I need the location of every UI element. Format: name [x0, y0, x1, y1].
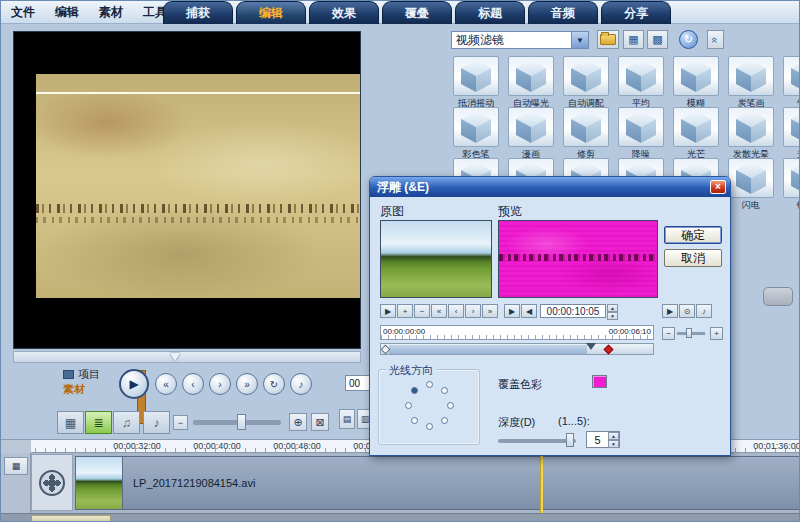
- volume-button[interactable]: ♪: [290, 373, 312, 395]
- menu-edit[interactable]: 编辑: [55, 4, 79, 21]
- panel-grip[interactable]: [763, 287, 793, 306]
- video-track-header[interactable]: [31, 454, 73, 511]
- dlg-zoom-slider-thumb[interactable]: [686, 328, 692, 338]
- sort-button[interactable]: ↻: [679, 30, 698, 49]
- filter-item[interactable]: 自动曝光: [506, 56, 556, 108]
- filter-item[interactable]: 模糊: [671, 56, 721, 108]
- menu-file[interactable]: 文件: [11, 4, 35, 21]
- filter-item[interactable]: 炭笔画: [726, 56, 776, 108]
- overlay-color-swatch[interactable]: [592, 375, 607, 388]
- mode-project[interactable]: 项目: [63, 367, 100, 382]
- dlg-trim-bar[interactable]: [380, 343, 654, 355]
- track-manager-button[interactable]: ▦: [4, 457, 28, 475]
- play-button[interactable]: ▶: [119, 369, 149, 399]
- sound-mixer-button[interactable]: ♪: [143, 411, 170, 434]
- spin-up-icon[interactable]: ▲: [607, 304, 618, 312]
- dlg-end-button[interactable]: »: [482, 304, 498, 318]
- zoom-slider-thumb[interactable]: [237, 414, 246, 430]
- depth-slider-thumb[interactable]: [566, 433, 574, 447]
- filter-item[interactable]: 平均: [616, 56, 666, 108]
- depth-spinbox[interactable]: 5 ▲ ▼: [586, 431, 620, 448]
- filter-item[interactable]: 漫画: [506, 107, 556, 159]
- filter-item[interactable]: 自动调配: [561, 56, 611, 108]
- dlg-snapshot-button[interactable]: ⊙: [679, 304, 695, 318]
- fit-project-button[interactable]: ⊕: [289, 413, 307, 431]
- tab-capture[interactable]: 捕获: [163, 1, 233, 24]
- jog-handle[interactable]: [170, 353, 180, 361]
- trim-end-handle[interactable]: [604, 345, 614, 355]
- filter-item[interactable]: 光线: [781, 107, 800, 159]
- dlg-trim-ruler[interactable]: 00:00:00:00 00:00:06:10: [380, 325, 654, 340]
- filter-item[interactable]: 降噪: [616, 107, 666, 159]
- zoom-out-button[interactable]: −: [173, 415, 188, 430]
- gallery-view-button[interactable]: ▦: [623, 30, 644, 49]
- dlg-zoom-out-button[interactable]: −: [662, 327, 675, 340]
- open-library-button[interactable]: [597, 30, 619, 49]
- prev-frame-button[interactable]: ‹: [182, 373, 204, 395]
- dlg-volume-button[interactable]: ♪: [696, 304, 712, 318]
- next-frame-button[interactable]: ›: [209, 373, 231, 395]
- dlg-preview-back-button[interactable]: ◀: [521, 304, 537, 318]
- dlg-play-button[interactable]: ▶: [380, 304, 396, 318]
- filter-item[interactable]: 光芒: [671, 107, 721, 159]
- light-dir-dot-e[interactable]: [447, 402, 454, 409]
- timeline-scrollbar[interactable]: [1, 513, 800, 522]
- dlg-mark-out-button[interactable]: −: [414, 304, 430, 318]
- light-dir-dot-s[interactable]: [426, 423, 433, 430]
- chevron-down-icon[interactable]: ▼: [571, 32, 588, 48]
- dlg-timecode-spinner[interactable]: ▲ ▼: [607, 304, 618, 318]
- collapse-panel-button[interactable]: «: [707, 30, 724, 49]
- filter-thumbnail: [728, 158, 774, 198]
- dlg-prev-frame-button[interactable]: ‹: [448, 304, 464, 318]
- video-clip[interactable]: LP_20171219084154.avi: [75, 456, 800, 510]
- filter-item[interactable]: 气泡: [781, 56, 800, 108]
- light-direction-control[interactable]: [400, 378, 460, 434]
- dlg-mark-in-button[interactable]: +: [397, 304, 413, 318]
- light-dir-dot-se[interactable]: [441, 417, 448, 424]
- dlg-timecode[interactable]: 00:00:10:05: [540, 304, 606, 318]
- storyboard-view-button[interactable]: ▦: [57, 411, 84, 434]
- jog-bar[interactable]: [13, 351, 361, 363]
- dlg-render-play-button[interactable]: ▶: [662, 304, 678, 318]
- filter-item[interactable]: 锐化: [781, 158, 800, 210]
- menu-clip[interactable]: 素材: [99, 4, 123, 21]
- filter-item[interactable]: 发散光晕: [726, 107, 776, 159]
- mode-clip[interactable]: 素材: [63, 382, 100, 397]
- light-dir-dot-nw[interactable]: [411, 387, 418, 394]
- home-button[interactable]: «: [155, 373, 177, 395]
- filter-thumbnail: [728, 56, 774, 96]
- depth-spin-down-icon[interactable]: ▼: [608, 440, 619, 448]
- tab-overlay[interactable]: 覆叠: [382, 1, 452, 24]
- light-dir-dot-n[interactable]: [426, 381, 433, 388]
- depth-slider[interactable]: [498, 439, 576, 443]
- light-dir-dot-ne[interactable]: [441, 387, 448, 394]
- light-dir-dot-sw[interactable]: [411, 417, 418, 424]
- filter-item[interactable]: 修剪: [561, 107, 611, 159]
- tab-effect[interactable]: 效果: [309, 1, 379, 24]
- list-view-button[interactable]: ▩: [647, 30, 668, 49]
- fit-window-button[interactable]: ⊠: [311, 413, 329, 431]
- filter-item[interactable]: 抵消摇动: [451, 56, 501, 108]
- repeat-button[interactable]: ↻: [263, 373, 285, 395]
- filter-item[interactable]: 彩色笔: [451, 107, 501, 159]
- tab-edit[interactable]: 编辑: [236, 1, 306, 24]
- dlg-preview-play-button[interactable]: ▶: [504, 304, 520, 318]
- timeline-view-button[interactable]: ≣: [85, 411, 112, 434]
- audio-view-button[interactable]: ♫: [113, 411, 140, 434]
- close-button[interactable]: ×: [710, 180, 726, 194]
- end-button[interactable]: »: [236, 373, 258, 395]
- dlg-home-button[interactable]: «: [431, 304, 447, 318]
- depth-spin-up-icon[interactable]: ▲: [608, 432, 619, 440]
- dlg-zoom-in-button[interactable]: +: [710, 327, 723, 340]
- cancel-button[interactable]: 取消: [664, 249, 722, 267]
- trim-position-handle[interactable]: [586, 343, 596, 350]
- insert-media-button[interactable]: ▤: [339, 409, 355, 429]
- light-dir-dot-w[interactable]: [405, 402, 412, 409]
- timeline-scrollbar-thumb[interactable]: [31, 515, 111, 522]
- dlg-next-frame-button[interactable]: ›: [465, 304, 481, 318]
- spin-down-icon[interactable]: ▼: [607, 312, 618, 320]
- ok-button[interactable]: 确定: [664, 226, 722, 244]
- dialog-titlebar[interactable]: 浮雕 (&E) ×: [370, 177, 730, 197]
- filter-item[interactable]: 闪电: [726, 158, 776, 210]
- gallery-dropdown[interactable]: 视频滤镜 ▼: [451, 31, 589, 49]
